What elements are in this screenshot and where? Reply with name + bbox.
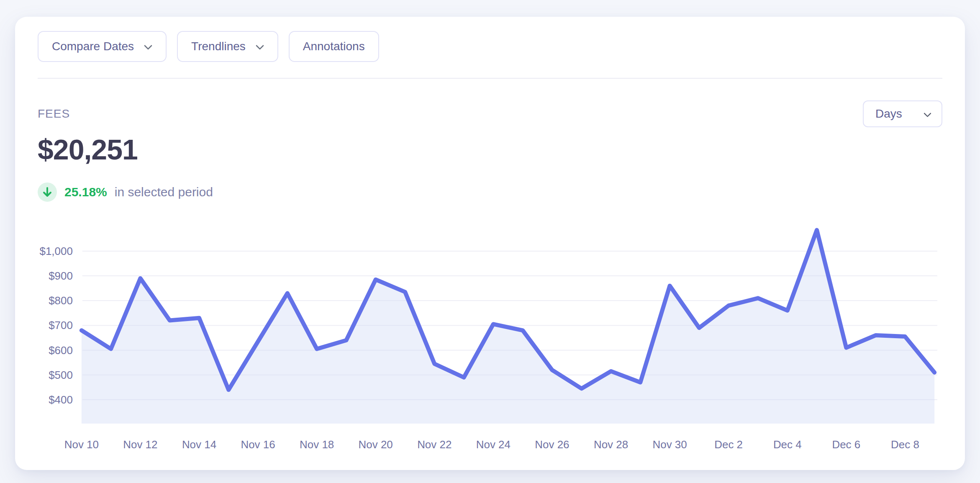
granularity-value: Days [875, 107, 902, 121]
svg-text:$400: $400 [49, 394, 73, 406]
arrow-down-icon [42, 187, 52, 198]
svg-text:Nov 28: Nov 28 [594, 439, 628, 450]
svg-text:$1,000: $1,000 [40, 245, 73, 257]
toolbar-divider [38, 78, 942, 79]
svg-text:Nov 14: Nov 14 [182, 439, 216, 450]
svg-text:Dec 4: Dec 4 [773, 439, 802, 450]
svg-text:Nov 18: Nov 18 [300, 439, 334, 450]
metric-header: FEES Days [38, 100, 942, 127]
svg-text:Nov 26: Nov 26 [535, 439, 569, 450]
trend-down-badge [38, 182, 57, 202]
metric-label: FEES [38, 107, 70, 121]
metric-delta: 25.18% in selected period [38, 182, 942, 202]
svg-text:Nov 20: Nov 20 [359, 439, 393, 450]
chevron-down-icon [256, 41, 264, 52]
annotations-label: Annotations [303, 41, 365, 52]
trendlines-button[interactable]: Trendlines [177, 31, 278, 62]
svg-text:Nov 22: Nov 22 [417, 439, 452, 450]
svg-text:Nov 16: Nov 16 [241, 439, 275, 450]
annotations-button[interactable]: Annotations [289, 31, 379, 62]
chevron-down-icon [144, 41, 152, 52]
svg-text:Nov 24: Nov 24 [476, 439, 511, 450]
svg-text:Dec 6: Dec 6 [832, 439, 860, 450]
metric-value: $20,251 [38, 133, 942, 166]
svg-text:$500: $500 [49, 369, 73, 381]
granularity-select[interactable]: Days [863, 100, 942, 127]
svg-text:Nov 10: Nov 10 [64, 439, 99, 450]
svg-text:Nov 30: Nov 30 [653, 439, 687, 450]
svg-text:Dec 8: Dec 8 [891, 439, 919, 450]
delta-percent: 25.18% [64, 185, 107, 199]
svg-text:Dec 2: Dec 2 [714, 439, 743, 450]
svg-text:$900: $900 [49, 270, 73, 282]
svg-text:$700: $700 [49, 320, 73, 331]
fees-chart-svg: $1,000$900$800$700$600$500$400Nov 10Nov … [38, 224, 942, 462]
analytics-card: Compare Dates Trendlines Annotations FEE… [15, 17, 965, 470]
svg-text:$800: $800 [49, 295, 73, 306]
svg-text:$600: $600 [49, 344, 73, 356]
fees-chart: $1,000$900$800$700$600$500$400Nov 10Nov … [38, 224, 942, 462]
toolbar: Compare Dates Trendlines Annotations [38, 31, 942, 62]
svg-text:Nov 12: Nov 12 [123, 439, 157, 450]
compare-dates-label: Compare Dates [52, 41, 134, 52]
trendlines-label: Trendlines [191, 41, 246, 52]
compare-dates-button[interactable]: Compare Dates [38, 31, 167, 62]
delta-caption: in selected period [115, 185, 213, 199]
chevron-down-icon [924, 107, 931, 121]
